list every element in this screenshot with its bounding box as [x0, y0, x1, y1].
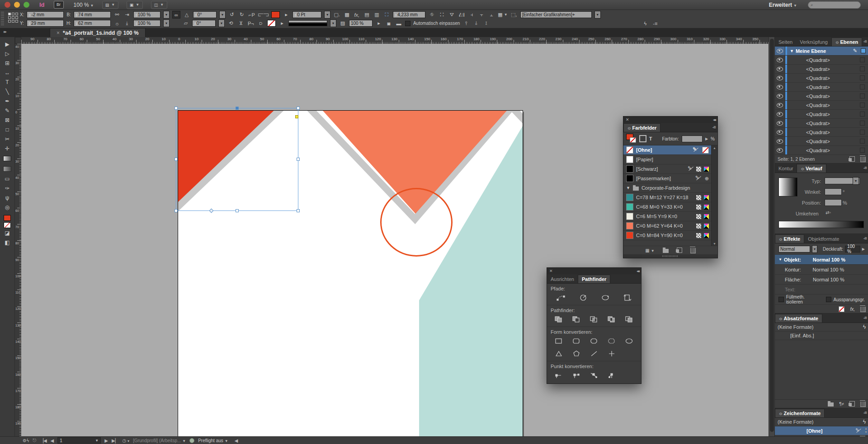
layer-object-row[interactable]: <Quadrat>	[775, 92, 868, 101]
object-name[interactable]: <Quadrat>	[806, 66, 830, 72]
preflight-profile-dropdown[interactable]: [Grundprofil] (Arbeitsp...▼	[133, 438, 186, 443]
free-transform-tool[interactable]: ✛	[2, 144, 13, 153]
visibility-eye-icon[interactable]	[775, 65, 785, 73]
layer-object-row[interactable]: <Quadrat>	[775, 101, 868, 110]
rotation-dropdown[interactable]: ▼	[219, 11, 226, 19]
search-input[interactable]: ⌕	[808, 1, 861, 9]
stroke-color-swatch[interactable]	[267, 20, 276, 27]
autofit-checkbox[interactable]	[405, 21, 410, 26]
rotate-ccw-button[interactable]: ↺	[228, 11, 236, 18]
object-name[interactable]: <Quadrat>	[806, 121, 830, 126]
tab-seiten[interactable]: Seiten	[775, 38, 796, 46]
scroll-left-arrow[interactable]: ◀	[235, 438, 238, 443]
panel-menu-icon[interactable]: -≡	[863, 39, 867, 44]
color-swatch-row[interactable]: C=0 M=84 Y=90 K=0	[623, 231, 712, 240]
rotate-cw-button[interactable]: ↻	[238, 11, 245, 18]
note-tool[interactable]: ▭	[2, 174, 13, 183]
page-number-dropdown[interactable]: 1▼	[57, 437, 101, 444]
knockout-group-checkbox[interactable]	[826, 297, 831, 302]
layer-object-row[interactable]: <Quadrat>	[775, 65, 868, 74]
delete-swatch-icon[interactable]	[690, 248, 696, 253]
expand-triangle-icon[interactable]: ▼	[778, 257, 782, 262]
maximize-window-button[interactable]	[24, 2, 29, 8]
pathfinder-subtract-icon[interactable]	[567, 315, 585, 324]
selection-handle-top-right[interactable]	[297, 107, 300, 110]
swatch-row-registration[interactable]: [Passermarken] ⊕	[623, 174, 712, 183]
workspace-switcher[interactable]: Erweitert▼	[769, 2, 797, 8]
selection-proxy-square[interactable]	[860, 139, 865, 144]
panel-menu-icon[interactable]: -≡	[863, 236, 867, 241]
blend-mode-dropdown[interactable]: Normal	[778, 246, 810, 252]
pencil-tool[interactable]: ✎	[2, 106, 13, 115]
panel-menu-icon[interactable]: -≡	[863, 315, 867, 320]
visibility-eye-icon[interactable]	[775, 83, 785, 91]
selection-proxy-square[interactable]	[860, 57, 865, 62]
swatch-view-dropdown[interactable]: ▦▼	[645, 248, 654, 253]
join-path-icon[interactable]	[550, 293, 572, 302]
select-content-button[interactable]: ⫐	[257, 20, 264, 27]
isolate-blending-checkbox[interactable]	[778, 297, 784, 302]
panel-menu-icon[interactable]: -≡	[712, 125, 716, 130]
tab-verlauf[interactable]: ≎Verlauf	[797, 164, 826, 173]
visibility-eye-icon[interactable]	[775, 74, 785, 82]
flip-p-icon[interactable]: P¬	[247, 20, 255, 27]
panel-menu-icon[interactable]: -≡	[863, 410, 867, 415]
wrap-options-button[interactable]: ▬	[395, 20, 402, 27]
object-style-dropdown-arrow[interactable]: ▼	[594, 11, 601, 19]
scale-x-dropdown[interactable]: ▼	[163, 11, 170, 19]
pathfinder-minus-back-icon[interactable]	[621, 315, 638, 324]
gap-tool[interactable]: ↔	[2, 68, 13, 77]
constrain-scale-link-icon[interactable]: ∞	[172, 11, 180, 19]
reverse-path-icon[interactable]	[616, 293, 638, 302]
eyedropper-tool[interactable]: ✑	[2, 184, 13, 193]
pathfinder-exclude-icon[interactable]	[603, 315, 621, 324]
object-name[interactable]: <Quadrat>	[806, 139, 830, 144]
selection-bounding-box[interactable]	[176, 108, 298, 211]
effects-fx-button[interactable]: fx,	[353, 11, 360, 18]
ruler-origin-box[interactable]	[15, 37, 21, 44]
version-sync-icon[interactable]: ⚙ϟ	[23, 438, 29, 443]
flip-horizontal-button[interactable]: ⌐P	[248, 11, 255, 18]
gradient-tool[interactable]	[3, 156, 11, 161]
object-style-dropdown[interactable]: [Einfacher Grafikrahmen]+	[520, 11, 592, 18]
farbton-flyout-arrow[interactable]: ▶	[705, 137, 708, 141]
close-path-icon[interactable]	[594, 293, 616, 302]
visibility-eye-icon[interactable]	[775, 110, 785, 118]
toolbar-fill-swatch[interactable]	[4, 215, 11, 221]
convert-polygon-icon[interactable]	[567, 349, 585, 358]
stroke-type-dropdown[interactable]	[288, 20, 327, 26]
x-field[interactable]: ▲▼-2 mm	[27, 11, 64, 18]
close-window-button[interactable]	[5, 2, 10, 8]
selection-handle-top-center[interactable]	[236, 107, 239, 110]
tab-absatzformate[interactable]: ≎Absatzformate	[775, 314, 822, 322]
line-tool[interactable]: ╲	[2, 87, 13, 96]
y-field[interactable]: ▲▼29 mm	[27, 20, 64, 27]
position-field[interactable]	[825, 199, 842, 206]
align-right-button[interactable]: ⫠	[488, 11, 495, 18]
collapse-panel-icon[interactable]: ◂◂	[637, 269, 639, 273]
color-swatch-row[interactable]: C=78 M=12 Y=27 K=18	[623, 193, 712, 202]
align-left-button[interactable]: ⫞	[468, 11, 475, 18]
document-tab[interactable]: × *a4_portrait_1s.indd @ 100 %	[50, 28, 146, 37]
pen-tool[interactable]: ✒	[2, 97, 13, 106]
color-swatch-row[interactable]: C=68 M=0 Y=33 K=0	[623, 202, 712, 212]
rotation-field[interactable]: ▲▼0°	[193, 11, 217, 18]
last-page-button[interactable]: ▶▏	[112, 438, 118, 443]
distribute-bottom-button[interactable]: ⫱	[482, 20, 490, 27]
object-name[interactable]: <Quadrat>	[806, 130, 830, 135]
height-field[interactable]: ▲▼62 mm	[74, 20, 111, 27]
layer-object-row[interactable]: <Quadrat>	[775, 146, 868, 155]
distribute-center-button[interactable]: ⫰	[472, 20, 480, 27]
collapse-panel-icon[interactable]: ◂◂	[713, 117, 715, 122]
wrap-none-button[interactable]: ▤	[363, 11, 370, 18]
stroke-weight-dropdown[interactable]: ▼	[324, 11, 330, 19]
layer-object-row[interactable]: <Quadrat>	[775, 83, 868, 92]
selection-handle-middle-left[interactable]	[175, 158, 178, 161]
center-content-button[interactable]: ⛛	[448, 11, 455, 18]
new-group-folder-icon[interactable]	[663, 249, 669, 253]
horizontal-ruler[interactable]: 9080706050403020100102030405060708090100…	[21, 37, 769, 44]
swatches-scrollbar[interactable]: ▲▼	[711, 145, 717, 246]
panel-collapse-chevrons-icon[interactable]: ▸▸	[4, 29, 6, 34]
object-name[interactable]: <Quadrat>	[806, 148, 830, 153]
previous-page-button[interactable]: ◀	[51, 438, 54, 443]
